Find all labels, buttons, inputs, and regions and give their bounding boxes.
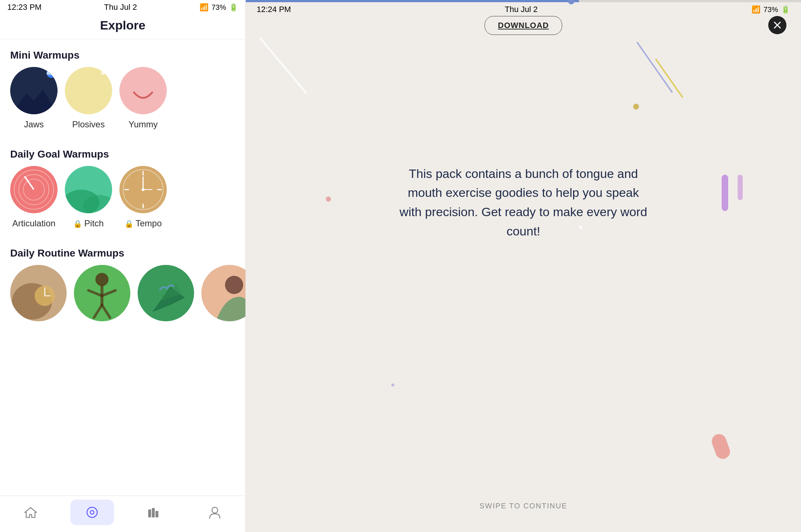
svg-point-25 (87, 507, 97, 517)
mini-warmups-row: 1 Jaws Plosives (0, 67, 245, 138)
status-time-left: 12:23 PM (7, 3, 42, 12)
status-day-right: Thu Jul 2 (505, 5, 538, 14)
nav-stats[interactable] (131, 500, 175, 525)
svg-line-20 (102, 305, 110, 318)
plosives-circle (65, 67, 112, 114)
status-day-left: Thu Jul 2 (104, 3, 137, 12)
scroll-content: Mini Warmups 1 Jaws Plosives (0, 39, 245, 532)
daily-routine-title: Daily Routine Warmups (0, 237, 245, 265)
warmup-plosives[interactable]: Plosives (65, 67, 112, 130)
battery-icon-right: 🔋 (781, 5, 790, 14)
battery-left: 73% (212, 3, 226, 12)
routine-circle-2 (74, 265, 130, 321)
tempo-clock-svg (119, 166, 167, 213)
pitch-label: Pitch (73, 218, 104, 229)
deco-white-line-1 (259, 37, 307, 94)
daily-routine-row (0, 265, 245, 330)
right-panel: 12:24 PM Thu Jul 2 📶 73% 🔋 DOWNLOAD This… (246, 0, 801, 532)
warmup-jaws[interactable]: 1 Jaws (10, 67, 58, 130)
routine-item-2[interactable] (74, 265, 130, 321)
svg-point-15 (95, 273, 108, 286)
svg-point-30 (212, 507, 218, 513)
routine-item-1[interactable] (10, 265, 67, 321)
battery-right: 73% (763, 5, 778, 14)
profile-icon (208, 506, 221, 519)
ring3 (23, 179, 45, 201)
page-title: Explore (0, 15, 245, 39)
svg-rect-29 (155, 511, 158, 517)
daily-goal-title: Daily Goal Warmups (0, 138, 245, 166)
routine-circle-3 (138, 265, 194, 321)
svg-rect-28 (152, 508, 155, 517)
svg-marker-0 (10, 90, 58, 114)
warmup-tempo[interactable]: Tempo (119, 166, 167, 229)
svg-point-23 (225, 276, 243, 294)
svg-marker-24 (25, 508, 36, 517)
plosives-label: Plosives (72, 119, 104, 130)
explore-icon (86, 506, 99, 519)
mini-warmups-title: Mini Warmups (0, 39, 245, 67)
svg-line-19 (94, 305, 102, 318)
deco-purple-stroke-2 (738, 175, 743, 200)
warmup-yummy[interactable]: Yummy (119, 67, 167, 130)
deco-yellow-dot (633, 104, 639, 110)
routine-item-4[interactable] (201, 265, 245, 321)
deco-purple-stroke-1 (722, 175, 728, 211)
close-button[interactable] (768, 16, 786, 34)
svg-point-10 (142, 188, 145, 191)
routine1-svg (10, 265, 67, 321)
svg-line-18 (102, 290, 115, 296)
deco-yellow-line (655, 59, 683, 98)
yummy-circle (119, 67, 167, 114)
progress-bar-fill (246, 0, 579, 2)
nav-home[interactable] (9, 500, 52, 525)
deco-blue-line (636, 41, 673, 93)
svg-marker-21 (152, 287, 185, 312)
plosives-highlight (101, 71, 105, 75)
routine4-svg (201, 265, 245, 321)
svg-point-26 (90, 511, 94, 514)
status-bar-right: 12:24 PM Thu Jul 2 📶 73% 🔋 (246, 2, 801, 17)
routine-circle-1 (10, 265, 67, 321)
jaws-label: Jaws (24, 119, 44, 130)
left-panel: 12:23 PM Thu Jul 2 📶 73% 🔋 Explore Mini … (0, 0, 246, 532)
nav-profile[interactable] (193, 500, 237, 525)
routine-item-3[interactable] (138, 265, 194, 321)
articulation-inner (10, 166, 58, 213)
status-time-right: 12:24 PM (257, 5, 291, 14)
routine3-svg (138, 265, 194, 321)
yummy-smile-svg (119, 67, 167, 114)
warmup-pitch[interactable]: Pitch (65, 166, 112, 229)
svg-rect-27 (148, 509, 151, 517)
status-bar-left: 12:23 PM Thu Jul 2 📶 73% 🔋 (0, 0, 245, 15)
tempo-label: Tempo (125, 218, 162, 229)
close-icon (773, 21, 781, 29)
warmup-articulation[interactable]: Articulation (10, 166, 58, 229)
routine-circle-4 (201, 265, 245, 321)
status-icons-left: 📶 73% 🔋 (200, 3, 238, 12)
routine2-svg (74, 265, 130, 321)
main-description: This pack contains a bunch of tongue and… (396, 164, 651, 241)
stats-icon (147, 506, 160, 519)
daily-goal-row: Articulation Pitch (0, 166, 245, 237)
jaws-highlight (47, 71, 50, 75)
status-icons-right: 📶 73% 🔋 (751, 5, 790, 14)
deco-pink-dot (326, 196, 331, 202)
tempo-circle (119, 166, 167, 213)
articulation-label: Articulation (12, 218, 56, 229)
wifi-icon-right: 📶 (751, 5, 761, 14)
battery-icon-left: 🔋 (229, 3, 238, 12)
home-icon (24, 506, 37, 519)
nav-explore[interactable] (70, 500, 114, 525)
yummy-label: Yummy (129, 119, 158, 130)
bottom-nav (0, 496, 245, 532)
pitch-circle (65, 166, 112, 213)
svg-line-17 (88, 290, 102, 296)
progress-bar-container (246, 0, 801, 2)
wifi-icon-left: 📶 (200, 3, 209, 12)
pitch-hills-svg (65, 166, 112, 213)
download-button[interactable]: DOWNLOAD (485, 16, 563, 35)
articulation-circle (10, 166, 58, 213)
jaws-mountain-svg (10, 86, 58, 114)
swipe-text: SWIPE TO CONTINUE (480, 502, 567, 510)
